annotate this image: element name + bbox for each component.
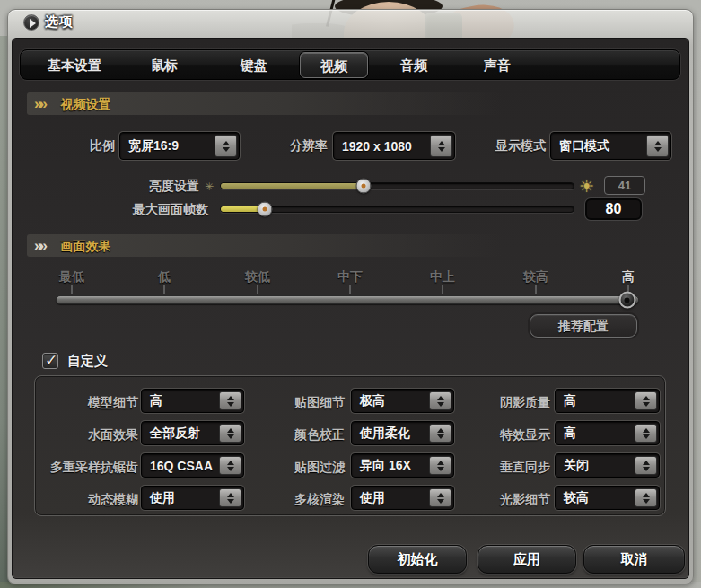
quality-tick (71, 285, 73, 294)
select-value: 极高 (360, 393, 385, 409)
select-lighting-detail[interactable]: 较高 (555, 486, 660, 510)
spinner-button[interactable] (219, 391, 241, 410)
arrow-up-icon (654, 141, 662, 145)
spinner-button[interactable] (429, 391, 451, 410)
arrow-up-icon (643, 396, 650, 400)
arrow-down-icon (643, 402, 650, 407)
section-effects: »» 画面效果 (27, 234, 503, 257)
lighting-detail-label: 光影细节 (464, 492, 550, 508)
spinner-button[interactable] (429, 424, 451, 443)
effect-display-label: 特效显示 (464, 427, 550, 443)
spinner-button[interactable] (635, 424, 657, 443)
arrow-down-icon (438, 147, 445, 152)
arrow-up-icon (643, 493, 650, 497)
options-screen: 选项 基本设置 鼠标 键盘 视频 音频 声音 »» 视频设置 比例 宽屏16:9… (0, 0, 701, 588)
spinner-button[interactable] (635, 488, 657, 507)
spinner-button[interactable] (635, 456, 657, 475)
multicore-render-label: 多核渲染 (259, 492, 345, 508)
spinner-button[interactable] (430, 135, 452, 157)
quality-slider-handle[interactable] (619, 292, 636, 309)
arrow-up-icon (437, 428, 444, 433)
tab-sound[interactable]: 声音 (484, 50, 511, 81)
select-color-correction[interactable]: 使用柔化 (351, 421, 454, 445)
select-value: 使用柔化 (360, 426, 410, 442)
select-texture-filter[interactable]: 异向 16X (351, 453, 454, 478)
select-effect-display[interactable]: 高 (555, 421, 660, 445)
arrow-up-icon (227, 461, 234, 465)
select-multicore-render[interactable]: 使用 (351, 486, 454, 510)
quality-label-mid-high: 中上 (430, 269, 455, 285)
select-water-effect[interactable]: 全部反射 (141, 421, 244, 445)
arrow-up-icon (643, 428, 650, 433)
select-model-detail[interactable]: 高 (141, 389, 244, 413)
select-motion-blur[interactable]: 使用 (141, 486, 244, 510)
initialize-button[interactable]: 初始化 (368, 545, 467, 574)
arrow-down-icon (227, 467, 234, 471)
arrow-down-icon (437, 434, 444, 439)
quality-tick (442, 285, 443, 294)
arrow-down-icon (227, 434, 234, 439)
select-texture-detail[interactable]: 极高 (351, 389, 454, 413)
spinner-button[interactable] (219, 488, 241, 507)
spinner-button[interactable] (429, 488, 451, 507)
select-value: 使用 (360, 490, 385, 506)
asterisk-icon: ✳ (205, 180, 214, 193)
brightness-slider[interactable] (220, 182, 574, 189)
tab-basic-settings[interactable]: 基本设置 (48, 50, 101, 81)
quality-tick (257, 285, 258, 294)
play-circle-icon (23, 14, 39, 31)
quality-tick (349, 285, 351, 294)
color-correction-label: 颜色校正 (259, 427, 345, 443)
framerate-slider-handle[interactable] (257, 202, 272, 217)
tab-video[interactable]: 视频 (300, 52, 368, 78)
spinner-button[interactable] (215, 135, 237, 157)
custom-checkbox-label[interactable]: 自定义 (67, 353, 108, 370)
arrow-down-icon (437, 402, 444, 407)
spinner-button[interactable] (646, 135, 669, 157)
arrow-down-icon (227, 499, 234, 504)
vsync-label: 垂直同步 (464, 460, 550, 476)
select-vsync[interactable]: 关闭 (555, 453, 660, 478)
select-value: 异向 16X (360, 458, 411, 474)
select-value: 窗口模式 (559, 138, 609, 154)
spinner-button[interactable] (429, 456, 451, 475)
quality-label-mid-low: 中下 (337, 269, 363, 285)
arrow-down-icon (643, 434, 650, 439)
tab-mouse[interactable]: 鼠标 (151, 50, 178, 81)
shadow-quality-label: 阴影质量 (464, 395, 550, 411)
spinner-button[interactable] (219, 424, 241, 443)
select-display-mode[interactable]: 窗口模式 (550, 132, 671, 160)
texture-detail-label: 贴图细节 (259, 395, 345, 411)
quality-label-lower: 较低 (245, 269, 270, 285)
display-mode-label: 显示模式 (474, 138, 546, 154)
custom-checkbox[interactable]: ✓ (42, 353, 58, 369)
select-antialiasing[interactable]: 16Q CSAA (141, 453, 244, 478)
section-chevron-icon: » (39, 237, 47, 254)
framerate-value: 80 (585, 198, 642, 220)
brightness-slider-fill (221, 183, 364, 189)
spinner-button[interactable] (219, 456, 241, 475)
tab-keyboard[interactable]: 键盘 (241, 50, 267, 81)
arrow-up-icon (223, 141, 230, 145)
spinner-button[interactable] (635, 391, 657, 410)
apply-button[interactable]: 应用 (478, 545, 576, 574)
arrow-up-icon (438, 141, 445, 145)
arrow-up-icon (437, 461, 444, 465)
model-detail-label: 模型细节 (39, 395, 138, 411)
select-shadow-quality[interactable]: 高 (555, 389, 660, 413)
select-value: 宽屏16:9 (128, 138, 179, 154)
quality-slider[interactable] (56, 295, 639, 304)
cancel-button[interactable]: 取消 (583, 545, 685, 574)
select-value: 16Q CSAA (150, 459, 213, 473)
arrow-down-icon (654, 147, 662, 152)
texture-filter-label: 贴图过滤 (259, 460, 345, 476)
framerate-slider[interactable] (220, 206, 574, 213)
select-resolution[interactable]: 1920 x 1080 (333, 132, 455, 160)
recommended-config-button[interactable]: 推荐配置 (530, 314, 637, 338)
arrow-up-icon (227, 428, 234, 433)
window-title: 选项 (45, 13, 74, 31)
custom-settings-group: 模型细节 高 水面效果 全部反射 多重采样抗锯齿 16Q CSAA 动态模糊 使… (34, 375, 666, 516)
brightness-slider-handle[interactable] (356, 179, 372, 194)
tab-audio[interactable]: 音频 (400, 50, 427, 81)
select-aspect-ratio[interactable]: 宽屏16:9 (119, 132, 240, 160)
